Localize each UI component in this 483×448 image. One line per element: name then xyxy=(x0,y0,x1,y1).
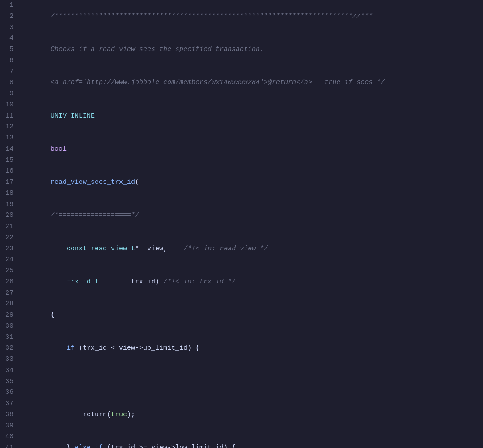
code-line-5: bool xyxy=(26,133,483,166)
line-num-33: 33 xyxy=(5,354,13,365)
code-line-9: trx_id_t trx_id) /*!< in: trx id */ xyxy=(26,266,483,299)
line-num-41: 41 xyxy=(5,443,13,448)
code-line-11: if (trx_id < view->up_limit_id) { xyxy=(26,332,483,365)
line-num-24: 24 xyxy=(5,254,13,266)
line-num-27: 27 xyxy=(5,288,13,299)
code-line-10: { xyxy=(26,299,483,332)
line-num-13: 13 xyxy=(5,133,13,144)
line-num-32: 32 xyxy=(5,343,13,354)
line-num-19: 19 xyxy=(5,199,13,211)
line-num-30: 30 xyxy=(5,321,13,332)
line-num-1: 1 xyxy=(5,0,13,11)
code-line-14: } else if (trx_id >= view->low_limit_id)… xyxy=(26,431,483,448)
line-num-7: 7 xyxy=(5,67,13,78)
line-num-4: 4 xyxy=(5,33,13,44)
line-num-18: 18 xyxy=(5,188,13,199)
line-num-28: 28 xyxy=(5,299,13,310)
code-line-13: return(true); xyxy=(26,398,483,431)
code-line-1: /***************************************… xyxy=(26,0,483,33)
line-num-8: 8 xyxy=(5,77,13,89)
line-num-11: 11 xyxy=(5,111,13,122)
line-num-25: 25 xyxy=(5,266,13,277)
line-num-12: 12 xyxy=(5,122,13,133)
code-line-6: read_view_sees_trx_id( xyxy=(26,166,483,199)
line-num-17: 17 xyxy=(5,177,13,188)
line-num-15: 15 xyxy=(5,155,13,166)
line-num-16: 16 xyxy=(5,166,13,177)
code-line-7: /*==================*/ xyxy=(26,199,483,232)
code-line-8: const read_view_t* view, /*!< in: read v… xyxy=(26,232,483,266)
code-text[interactable]: /***************************************… xyxy=(19,0,483,448)
code-viewer: 1 2 3 4 5 6 7 8 9 10 11 12 13 14 15 16 1… xyxy=(0,0,483,448)
line-num-36: 36 xyxy=(5,387,13,398)
line-num-26: 26 xyxy=(5,277,13,288)
line-num-34: 34 xyxy=(5,365,13,376)
line-num-29: 29 xyxy=(5,310,13,321)
line-num-39: 39 xyxy=(5,421,13,432)
line-num-10: 10 xyxy=(5,100,13,111)
line-num-37: 37 xyxy=(5,398,13,410)
line-num-14: 14 xyxy=(5,144,13,155)
line-num-5: 5 xyxy=(5,44,13,55)
line-num-35: 35 xyxy=(5,376,13,388)
line-num-6: 6 xyxy=(5,55,13,67)
code-line-2: Checks if a read view sees the specified… xyxy=(26,33,483,66)
code-line-12 xyxy=(26,365,483,398)
line-num-3: 3 xyxy=(5,22,13,34)
code-line-3: <a href='http://www.jobbole.com/members/… xyxy=(26,67,483,100)
line-num-31: 31 xyxy=(5,332,13,343)
line-num-20: 20 xyxy=(5,210,13,221)
line-num-21: 21 xyxy=(5,221,13,232)
line-num-40: 40 xyxy=(5,431,13,443)
line-num-2: 2 xyxy=(5,11,13,22)
line-num-22: 22 xyxy=(5,232,13,244)
line-num-38: 38 xyxy=(5,410,13,421)
line-num-23: 23 xyxy=(5,244,13,255)
line-number-gutter: 1 2 3 4 5 6 7 8 9 10 11 12 13 14 15 16 1… xyxy=(0,0,19,448)
line-num-9: 9 xyxy=(5,89,13,100)
code-line-4: UNIV_INLINE xyxy=(26,100,483,133)
